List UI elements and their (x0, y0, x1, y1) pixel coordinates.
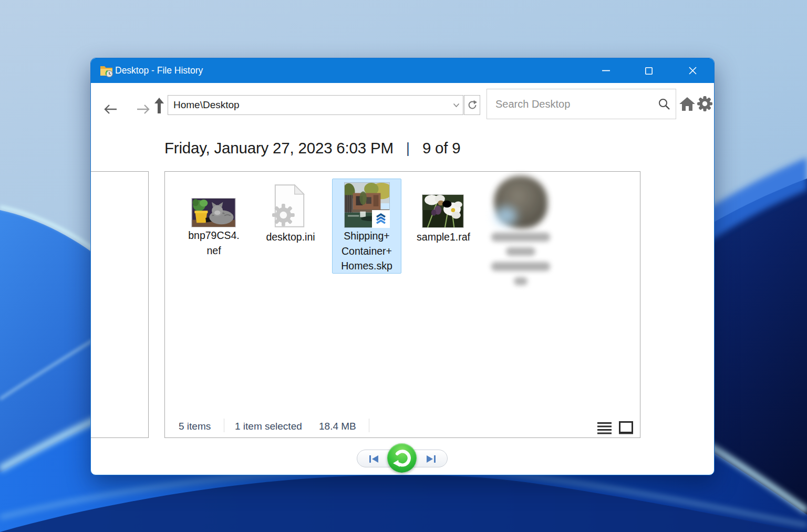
redacted-label-line (514, 277, 527, 285)
status-selection: 1 item selected (235, 421, 302, 432)
file-label[interactable]: sample1.raf (409, 230, 478, 245)
forward-arrow-icon (136, 103, 151, 115)
address-input[interactable] (168, 99, 449, 111)
previous-history-pane-peek[interactable] (90, 171, 149, 438)
status-item-count: 5 items (179, 421, 211, 432)
redacted-icon-highlight (495, 206, 517, 225)
search-button[interactable] (653, 89, 676, 119)
file-thumbnail-flowers-photo[interactable] (422, 194, 464, 228)
list-view-icon (597, 422, 612, 434)
address-dropdown-button[interactable] (449, 96, 463, 114)
status-divider (369, 419, 369, 432)
forward-button[interactable] (136, 103, 151, 117)
status-selection-size: 18.4 MB (319, 421, 356, 432)
maximize-icon (645, 67, 653, 75)
close-icon (689, 67, 697, 75)
refresh-icon (467, 100, 478, 110)
up-arrow-icon (153, 97, 165, 114)
address-bar (168, 95, 463, 115)
file-label-selected[interactable]: Shipping+ Container+ Homes.skp (332, 228, 401, 274)
home-icon (679, 96, 696, 112)
search-box (487, 89, 676, 119)
settings-button[interactable] (696, 95, 713, 112)
titlebar: Desktop - File History (91, 58, 714, 83)
settings-gear-icon (696, 95, 713, 112)
home-button[interactable] (679, 96, 696, 112)
up-button[interactable] (153, 97, 165, 116)
close-button[interactable] (680, 58, 705, 83)
restore-arrow-icon (392, 448, 411, 467)
file-history-window: Desktop - File History (90, 58, 715, 475)
previous-version-icon (369, 455, 378, 463)
search-icon (658, 98, 670, 110)
redacted-label-line (506, 247, 535, 256)
sketchup-badge-icon (372, 210, 390, 228)
next-version-icon (427, 455, 436, 463)
file-thumbnail-cat-photo[interactable] (191, 198, 236, 227)
folder-history-icon (99, 64, 113, 78)
restore-button[interactable] (387, 443, 417, 473)
files-pane: bnp79CS4. nef (164, 171, 640, 438)
thumbnail-view-icon (619, 421, 633, 434)
heading-separator: | (406, 140, 410, 157)
list-view-button[interactable] (597, 422, 612, 436)
back-button[interactable] (102, 103, 118, 117)
history-heading: Friday, January 27, 2023 6:03 PM | 9 of … (164, 137, 461, 159)
window-title: Desktop - File History (115, 58, 203, 83)
thumbnail-view-button[interactable] (619, 421, 633, 436)
chevron-down-icon (453, 103, 460, 108)
file-label[interactable]: desktop.ini (256, 230, 325, 245)
minimize-icon (602, 70, 610, 71)
search-input[interactable] (487, 98, 653, 110)
redacted-label-line (491, 233, 550, 242)
redacted-label-line (491, 262, 550, 271)
back-arrow-icon (102, 103, 118, 115)
history-date: Friday, January 27, 2023 6:03 PM (164, 139, 394, 157)
minimize-button[interactable] (594, 58, 618, 83)
history-position: 9 of 9 (422, 139, 461, 157)
next-version-button[interactable] (415, 450, 447, 468)
file-icon-desktop-ini[interactable] (272, 183, 308, 228)
previous-version-button[interactable] (357, 450, 390, 468)
status-divider (224, 419, 224, 432)
maximize-button[interactable] (637, 58, 661, 83)
refresh-button[interactable] (464, 95, 480, 115)
desktop: Desktop - File History (0, 0, 807, 532)
file-label[interactable]: bnp79CS4. nef (180, 228, 248, 258)
